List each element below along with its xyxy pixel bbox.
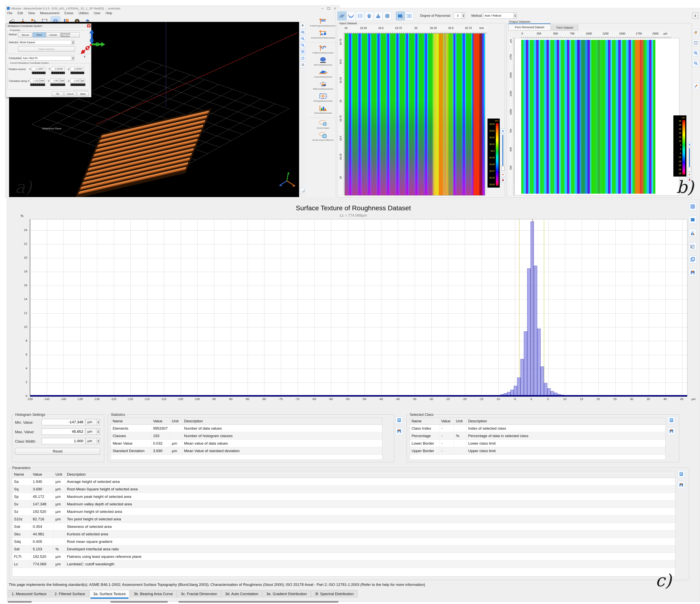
histogram-bar[interactable] xyxy=(530,222,534,396)
colorbar-lock-icon[interactable] xyxy=(501,178,505,182)
pan-icon[interactable] xyxy=(693,29,699,36)
rotation-y-slider[interactable] xyxy=(51,72,65,74)
measurement-tool-8[interactable]: VolumeMeasurement xyxy=(307,105,339,114)
rotation-z-field[interactable]: 0.00000° xyxy=(70,67,84,71)
computation-combo[interactable]: Auto / Best Fit xyxy=(21,56,75,60)
histogram-bar[interactable] xyxy=(514,386,517,396)
zoom-fit-icon[interactable] xyxy=(300,49,306,54)
combo-stepper-icon[interactable] xyxy=(514,12,517,19)
colorbar-range-icon[interactable] xyxy=(501,129,505,133)
selection-combo[interactable]: Whole Dataset xyxy=(18,40,75,45)
maximize-icon[interactable] xyxy=(326,7,331,10)
table-row[interactable]: Sa1.945µmAverage height of selected area xyxy=(12,478,675,485)
bottom-tab-5[interactable]: 3c. Fractal Dimension xyxy=(177,590,221,598)
home-icon[interactable] xyxy=(300,62,306,68)
histogram-icon[interactable] xyxy=(689,229,697,237)
bottom-tab-8[interactable]: 3f. Spectral Distribution xyxy=(311,590,357,598)
corner-icon[interactable] xyxy=(300,188,306,193)
form-removed-heightmap[interactable] xyxy=(514,38,679,196)
table-row[interactable]: Elements9953307Number of data values xyxy=(111,425,382,432)
histogram-plot[interactable] xyxy=(30,219,688,397)
output-tab-1[interactable]: Form Removed Dataset xyxy=(508,23,551,31)
table-row[interactable]: Lower Border-Lower class limit xyxy=(410,440,665,447)
calculator-icon[interactable] xyxy=(395,417,403,424)
saddle-form-icon[interactable] xyxy=(347,11,355,20)
bottom-tab-3[interactable]: 3a. Surface Texture xyxy=(90,590,129,598)
fit-icon[interactable] xyxy=(693,40,699,46)
menu-edit[interactable]: Edit xyxy=(18,11,23,15)
method-dominant-structure-button[interactable]: Dominant Structure xyxy=(61,32,80,37)
apply-button[interactable]: Apply xyxy=(77,92,89,96)
measurement-tool-9[interactable]: Alicona Inspect xyxy=(307,120,339,129)
bottom-tab-6[interactable]: 3d. Auto Correlation xyxy=(221,590,262,598)
rotate-icon[interactable] xyxy=(300,55,306,61)
histogram-bar[interactable] xyxy=(537,329,541,396)
colorbar-slider[interactable] xyxy=(689,148,690,167)
close-icon[interactable] xyxy=(87,24,91,27)
measurement-tool-10[interactable]: Alicona Inspect Difference xyxy=(307,132,339,141)
histogram-bar[interactable] xyxy=(541,367,544,396)
menu-extras[interactable]: Extras xyxy=(65,11,73,15)
rotation-z-slider[interactable] xyxy=(70,72,84,74)
colorbar-slider-handle[interactable] xyxy=(688,167,691,172)
save-icon[interactable] xyxy=(395,427,403,435)
colorbar-range-icon[interactable] xyxy=(687,142,692,147)
bottom-tab-7[interactable]: 3e. Gradient Distribution xyxy=(262,590,310,598)
table-row[interactable]: Sp45.172µmMaximum peak height of selecte… xyxy=(12,493,675,500)
zoomin-icon[interactable] xyxy=(693,50,699,56)
combo-stepper-icon[interactable] xyxy=(97,429,100,434)
calculator-icon[interactable] xyxy=(668,417,675,424)
degree-spinner[interactable]: 3 xyxy=(454,12,465,19)
measurement-tool-5[interactable]: ContourMeasurement xyxy=(307,69,339,78)
table-row[interactable]: Classes193Number of histogram classes xyxy=(111,432,382,440)
translation-z-field[interactable]: 1.115 xyxy=(70,79,80,83)
colorbar-slider-handle[interactable] xyxy=(501,166,505,171)
method-plane-button[interactable]: Plane xyxy=(33,32,46,37)
combo-stepper-icon[interactable] xyxy=(97,419,100,425)
min-value-input[interactable] xyxy=(42,419,85,425)
pen-icon[interactable] xyxy=(693,83,699,90)
menu-utilities[interactable]: Utilities xyxy=(78,11,89,15)
combo-stepper-icon[interactable] xyxy=(71,56,74,60)
zoomout-icon[interactable] xyxy=(693,60,699,67)
save-icon[interactable] xyxy=(689,269,697,277)
method-cylinder-button[interactable]: Cylinder xyxy=(46,32,60,37)
menu-user[interactable]: User xyxy=(94,11,100,15)
translation-x-slider[interactable] xyxy=(30,83,45,86)
rotation-x-slider[interactable] xyxy=(32,72,46,74)
save-icon[interactable] xyxy=(668,427,675,435)
histogram-bar[interactable] xyxy=(534,266,537,396)
translation-x-field[interactable]: -1.115 xyxy=(30,79,40,83)
table-row[interactable]: Lc774.069µmLambdaC: cutoff wavelength xyxy=(12,560,675,568)
sphere-form-icon[interactable] xyxy=(383,11,392,20)
menu-view[interactable]: View xyxy=(28,11,35,15)
bottom-tab-1[interactable]: 1. Measured Surface xyxy=(8,590,50,598)
copy-icon[interactable] xyxy=(689,255,697,263)
translation-y-field[interactable]: -1.052 xyxy=(50,79,60,83)
class-unit-combo[interactable]: µm xyxy=(85,438,100,444)
method-combo[interactable]: Auto / Robust xyxy=(483,12,517,19)
minimize-icon[interactable] xyxy=(320,7,325,10)
combo-stepper-icon[interactable] xyxy=(97,438,100,444)
translation-y-unit[interactable]: mm xyxy=(60,79,65,83)
spinner-stepper-icon[interactable] xyxy=(693,12,698,19)
method-manual-button[interactable]: Manual xyxy=(18,32,32,37)
region-icon[interactable] xyxy=(689,216,697,224)
table-row[interactable]: Mean Value0.032µmMean value of data valu… xyxy=(111,440,382,447)
class-width-input[interactable] xyxy=(42,438,85,444)
histogram-bar[interactable] xyxy=(524,331,527,396)
output-tab-2[interactable]: Form Dataset xyxy=(551,25,578,31)
measurement-tool-1[interactable]: ProfileRoughnessMeasurement xyxy=(307,18,339,27)
table-row[interactable]: Percentage-%Percentage of data in select… xyxy=(410,432,665,440)
translation-z-unit[interactable]: µm xyxy=(80,79,85,83)
histogram-bar[interactable] xyxy=(527,269,530,396)
table-row[interactable]: Sdr5.103%Developed interfacial area rati… xyxy=(12,546,675,553)
colorbar-reset-icon[interactable] xyxy=(687,172,692,177)
zoom-out-icon[interactable] xyxy=(300,43,306,48)
grid-icon[interactable] xyxy=(689,203,697,210)
colorbar-reset-icon[interactable] xyxy=(501,172,505,177)
plane-form-icon[interactable] xyxy=(338,11,346,20)
translation-x-unit[interactable]: mm xyxy=(40,79,45,83)
translation-z-slider[interactable] xyxy=(70,83,85,86)
rect-select-icon[interactable] xyxy=(396,11,405,20)
